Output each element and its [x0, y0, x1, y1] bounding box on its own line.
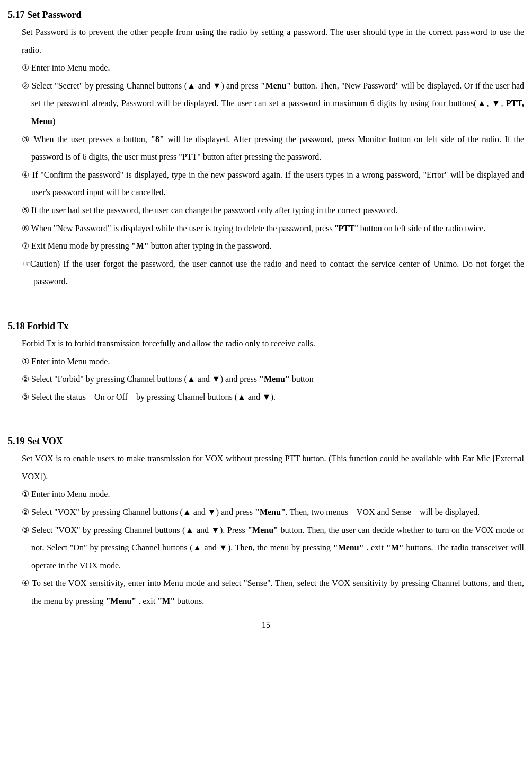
text: ② Select "VOX" by pressing Channel butto…: [22, 507, 255, 516]
list-item: ① Enter into Menu mode.: [22, 485, 524, 503]
text: buttons.: [175, 596, 204, 606]
bold-text: "M": [131, 241, 149, 250]
text: ② Select "Forbid" by pressing Channel bu…: [22, 374, 259, 383]
list-item: ③ Select the status – On or Off – by pre…: [22, 388, 524, 406]
bold-text: "Menu": [259, 374, 290, 383]
list-item: ② Select "Secret" by pressing Channel bu…: [22, 77, 524, 130]
list-item: ③ Select "VOX" by pressing Channel butto…: [22, 521, 524, 575]
page-number: 15: [8, 621, 524, 629]
section-intro: Forbid Tx is to forbid transmission forc…: [22, 335, 524, 353]
section-heading: 5.19 Set VOX: [8, 434, 524, 449]
text: . Then, two menus – VOX and Sense – will…: [286, 507, 480, 516]
list-item: ⑦ Exit Menu mode by pressing "M" button …: [22, 237, 524, 255]
bold-text: "Menu": [261, 81, 291, 90]
text: " button on left side of the radio twice…: [354, 224, 485, 233]
text: button after typing in the password.: [149, 241, 272, 250]
bold-text: "M": [157, 596, 175, 606]
section-intro: Set Password is to prevent the other peo…: [22, 23, 524, 59]
text: ⑦ Exit Menu mode by pressing: [22, 241, 131, 250]
bold-text: "Menu": [247, 525, 278, 534]
text: ③ Select "VOX" by pressing Channel butto…: [22, 525, 247, 534]
list-item: ① Enter into Menu mode.: [22, 353, 524, 371]
list-item: ② Select "Forbid" by pressing Channel bu…: [22, 370, 524, 388]
list-item: ④ To set the VOX sensitivity, enter into…: [22, 574, 524, 610]
list-item: ⑤ If the user had set the password, the …: [22, 201, 524, 220]
list-item: ④ If "Confirm the password" is displayed…: [22, 166, 524, 201]
list-item: ① Enter into Menu mode.: [22, 59, 524, 77]
section-heading: 5.18 Forbid Tx: [8, 319, 524, 334]
caution-note: ☞Caution) If the user forgot the passwor…: [23, 255, 524, 291]
section-intro: Set VOX is to enable users to make trans…: [22, 450, 524, 485]
text: button: [290, 374, 314, 383]
text: . exit: [364, 543, 386, 552]
list-item: ③ When the user presses a button, "8" wi…: [22, 130, 524, 166]
list-item: ② Select "VOX" by pressing Channel butto…: [22, 503, 524, 521]
text: ③ When the user presses a button,: [22, 135, 150, 144]
list-item: ⑥ When "New Password" is displayed while…: [22, 220, 524, 238]
text: . exit: [136, 596, 157, 606]
bold-text: PTT: [338, 224, 354, 233]
section-heading: 5.17 Set Password: [8, 8, 524, 22]
text: ): [52, 117, 55, 126]
bold-text: "Menu": [333, 543, 364, 552]
text: ② Select "Secret" by pressing Channel bu…: [22, 81, 261, 90]
bold-text: "8": [150, 135, 164, 144]
bold-text: "Menu": [105, 596, 136, 606]
bold-text: "Menu": [255, 507, 286, 516]
text: ④ To set the VOX sensitivity, enter into…: [22, 578, 524, 606]
text: ⑥ When "New Password" is displayed while…: [22, 224, 338, 233]
bold-text: "M": [386, 543, 404, 552]
